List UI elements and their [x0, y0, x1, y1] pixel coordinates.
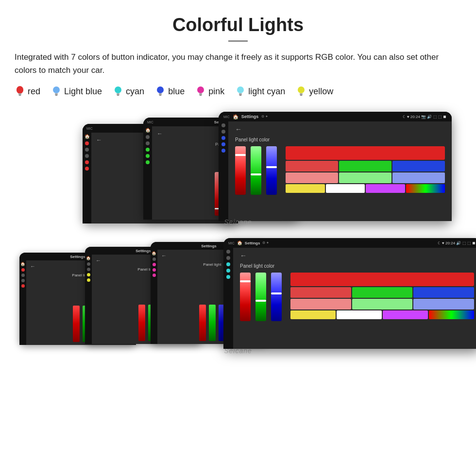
color-item-red: red [15, 85, 40, 98]
svg-point-16 [237, 86, 244, 93]
svg-point-1 [17, 86, 23, 93]
bulb-icon-yellow [296, 85, 306, 98]
svg-rect-14 [199, 93, 202, 95]
color-label-lightcyan: light cyan [248, 86, 285, 97]
svg-rect-11 [159, 93, 162, 95]
svg-rect-2 [18, 93, 21, 95]
svg-rect-12 [159, 95, 162, 96]
svg-rect-6 [55, 95, 58, 96]
color-label-cyan: cyan [126, 86, 144, 97]
svg-point-13 [197, 86, 204, 93]
color-label-pink: pink [208, 86, 224, 97]
color-label-yellow: yellow [309, 86, 333, 97]
device-3: MIC 🏠 Settings ⚙ ✦ ☾ ♥ 20:24 📷 🔊 ⬚ ⬚ ⏹ ← [219, 112, 452, 221]
color-item-pink: pink [195, 85, 224, 98]
svg-rect-18 [239, 95, 242, 96]
bulb-icon-cyan [113, 85, 123, 98]
svg-rect-3 [19, 95, 21, 96]
svg-point-10 [157, 86, 164, 93]
svg-rect-20 [300, 93, 303, 95]
svg-point-7 [115, 86, 121, 93]
svg-rect-17 [239, 93, 242, 95]
description-text: Integrated with 7 colors of button indic… [15, 51, 461, 77]
page-title: Colorful Lights [15, 15, 461, 35]
color-label-blue: blue [168, 86, 185, 97]
svg-point-4 [53, 86, 60, 93]
svg-rect-8 [117, 93, 119, 95]
color-item-lightcyan: light cyan [235, 85, 285, 98]
color-label-lightblue: Light blue [64, 86, 102, 97]
page-container: Colorful Lights Integrated with 7 colors… [0, 0, 476, 372]
svg-rect-15 [200, 95, 202, 96]
device-7: MIC 🏠 Settings ⚙ ✦ ☾ ♥ 20:24 🔊 ⬚ ⬚ ⏹ ← [223, 238, 476, 349]
bulb-icon-lightblue [51, 85, 62, 98]
bulb-icon-lightcyan [235, 85, 246, 98]
color-item-cyan: cyan [113, 85, 144, 98]
bottom-devices-row: Settings 🏠 ← Panel light [15, 238, 461, 357]
top-devices-row: MIC Settings ⚙ 🏠 ← Panel l [15, 112, 461, 228]
color-list: red Light blue cyan [15, 85, 461, 98]
color-item-lightblue: Light blue [51, 85, 102, 98]
svg-rect-5 [55, 93, 58, 95]
title-divider [228, 40, 248, 42]
bulb-icon-blue [155, 85, 166, 98]
bulb-icon-red [15, 85, 25, 98]
svg-rect-9 [117, 95, 119, 96]
svg-rect-21 [300, 95, 303, 96]
bulb-icon-pink [195, 85, 206, 98]
color-item-yellow: yellow [296, 85, 333, 98]
svg-point-19 [298, 86, 305, 93]
color-label-red: red [28, 86, 40, 97]
color-item-blue: blue [155, 85, 185, 98]
